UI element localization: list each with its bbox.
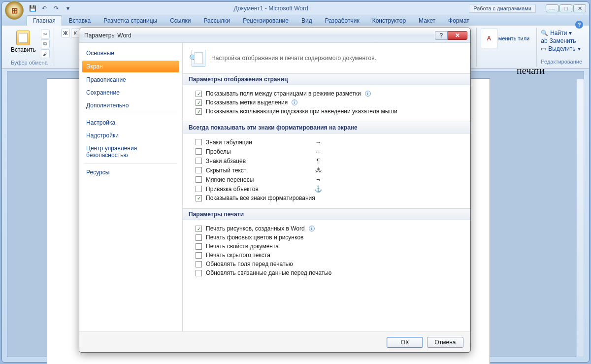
help-icon[interactable]: ?: [575, 21, 583, 29]
ribbon-tab-7[interactable]: Разработчик: [319, 16, 365, 26]
option-label[interactable]: Печать фоновых цветов и рисунков: [206, 234, 303, 241]
option-label[interactable]: Мягкие переносы: [206, 176, 304, 183]
sidebar-item-6[interactable]: Надстройки: [79, 129, 182, 142]
ribbon-tab-4[interactable]: Рассылки: [197, 16, 236, 26]
ribbon-tab-5[interactable]: Рецензирование: [237, 16, 295, 26]
option-label[interactable]: Показывать все знаки форматирования: [206, 195, 315, 201]
undo-icon[interactable]: ↶: [39, 3, 49, 13]
checkbox[interactable]: [196, 176, 202, 183]
dialog-titlebar[interactable]: Параметры Word ? ✕: [79, 28, 470, 43]
info-icon[interactable]: i: [292, 99, 297, 105]
select-button[interactable]: ▭Выделить▾: [541, 45, 582, 52]
dialog-main: Настройка отображения и печати содержимо…: [183, 43, 470, 331]
option-label[interactable]: Привязка объектов: [206, 186, 304, 193]
ribbon-tab-8[interactable]: Конструктор: [366, 16, 412, 26]
office-button[interactable]: ⊞: [5, 1, 24, 20]
maximize-button[interactable]: □: [559, 4, 572, 12]
redo-icon[interactable]: ↷: [51, 3, 61, 13]
option-label[interactable]: Знаки табуляции: [206, 139, 304, 146]
ribbon-tab-6[interactable]: Вид: [296, 16, 318, 26]
sidebar-item-3[interactable]: Сохранение: [79, 86, 182, 99]
option-label[interactable]: Обновлять поля перед печатью: [206, 261, 293, 267]
sidebar-item-0[interactable]: Основные: [79, 47, 182, 60]
minimize-button[interactable]: —: [546, 4, 558, 12]
option-row: Печать свойств документа: [196, 242, 463, 251]
option-row: Обновлять связанные данные перед печатью: [196, 268, 463, 277]
option-label[interactable]: Показывать метки выделения: [206, 99, 288, 106]
checkbox[interactable]: [196, 261, 202, 267]
save-icon[interactable]: 💾: [28, 3, 37, 13]
change-styles-label[interactable]: менить тили: [498, 35, 529, 41]
dialog-close-button[interactable]: ✕: [448, 31, 467, 40]
bold-button[interactable]: Ж: [61, 29, 70, 37]
checkbox[interactable]: [196, 158, 202, 164]
checkbox[interactable]: [196, 148, 202, 155]
option-label[interactable]: Показывать всплывающие подсказки при нав…: [206, 108, 397, 115]
checkbox[interactable]: [196, 195, 202, 201]
ribbon-tab-9[interactable]: Макет: [413, 16, 441, 26]
sidebar-item-1[interactable]: Экран: [82, 61, 179, 72]
option-label[interactable]: Печать скрытого текста: [206, 252, 270, 259]
cancel-button[interactable]: Отмена: [427, 337, 463, 348]
sidebar-item-8[interactable]: Ресурсы: [79, 166, 182, 179]
checkbox[interactable]: [196, 167, 202, 173]
checkbox[interactable]: [196, 243, 202, 250]
qat-more-icon[interactable]: ▾: [63, 3, 73, 13]
checkbox[interactable]: [196, 139, 202, 145]
option-label[interactable]: Обновлять связанные данные перед печатью: [206, 269, 331, 276]
page-visible-text: печати: [517, 65, 545, 76]
titlebar: ⊞ 💾 ↶ ↷ ▾ Документ1 - Microsoft Word Раб…: [2, 2, 589, 15]
ribbon-tab-2[interactable]: Разметка страницы: [98, 16, 163, 26]
option-label[interactable]: Печать свойств документа: [206, 243, 279, 250]
info-icon[interactable]: i: [309, 226, 315, 232]
styles-group: A менить тили: [476, 28, 533, 66]
ribbon-tab-0[interactable]: Главная: [27, 15, 62, 26]
option-row: Показывать всплывающие подсказки при нав…: [196, 107, 463, 116]
checkbox[interactable]: [196, 270, 202, 276]
option-label[interactable]: Печать рисунков, созданных в Word: [206, 225, 305, 232]
format-painter-icon[interactable]: 🖌: [41, 49, 50, 58]
paste-button[interactable]: Вставить: [9, 29, 38, 58]
copy-icon[interactable]: ⧉: [41, 39, 50, 48]
option-label[interactable]: Показывать поля между страницами в режим…: [206, 90, 361, 97]
cut-icon[interactable]: ✂: [41, 30, 50, 38]
ribbon-tab-10[interactable]: Формат: [442, 16, 475, 26]
word-window: ⊞ 💾 ↶ ↷ ▾ Документ1 - Microsoft Word Раб…: [1, 1, 590, 363]
sidebar-item-2[interactable]: Правописание: [79, 73, 182, 86]
styles-gallery-icon[interactable]: A: [481, 29, 497, 48]
option-row: Показывать все знаки форматирования: [196, 194, 463, 202]
window-controls: — □ ✕: [546, 4, 586, 12]
paste-icon: [16, 31, 30, 45]
replace-button[interactable]: abЗаменить: [541, 37, 582, 44]
option-label[interactable]: Скрытый текст: [206, 167, 304, 174]
checkbox[interactable]: [196, 108, 202, 115]
option-row: Печать скрытого текста: [196, 251, 463, 260]
section-display-body: Показывать поля между страницами в режим…: [183, 85, 470, 122]
sidebar-item-7[interactable]: Центр управления безопасностью: [79, 142, 182, 162]
checkbox[interactable]: [196, 226, 202, 232]
option-label[interactable]: Знаки абзацев: [206, 158, 304, 165]
close-button[interactable]: ✕: [573, 4, 586, 12]
checkbox[interactable]: [196, 252, 202, 259]
sidebar-item-4[interactable]: Дополнительно: [79, 99, 182, 112]
checkbox[interactable]: [196, 186, 202, 192]
ribbon-tab-1[interactable]: Вставка: [63, 16, 97, 26]
select-icon: ▭: [541, 45, 546, 52]
ok-button[interactable]: ОК: [387, 337, 423, 348]
option-row: Знаки абзацев¶: [196, 156, 463, 165]
info-icon[interactable]: i: [365, 91, 371, 97]
checkbox[interactable]: [196, 99, 202, 106]
option-row: Показывать поля между страницами в режим…: [196, 89, 463, 98]
find-icon: 🔍: [541, 30, 548, 36]
sidebar-item-5[interactable]: Настройка: [79, 116, 182, 129]
vertical-scrollbar[interactable]: [576, 79, 584, 357]
dialog-footer: ОК Отмена: [79, 331, 470, 352]
option-label[interactable]: Пробелы: [206, 148, 304, 155]
checkbox[interactable]: [196, 91, 202, 97]
ribbon-tab-3[interactable]: Ссылки: [164, 16, 197, 26]
find-button[interactable]: 🔍Найти▾: [541, 30, 582, 36]
clipboard-group: Вставить ✂ ⧉ 🖌 Буфер обмена: [5, 28, 54, 66]
checkbox[interactable]: [196, 234, 202, 241]
dialog-help-button[interactable]: ?: [435, 31, 448, 40]
symbol-preview: ···: [308, 148, 328, 155]
